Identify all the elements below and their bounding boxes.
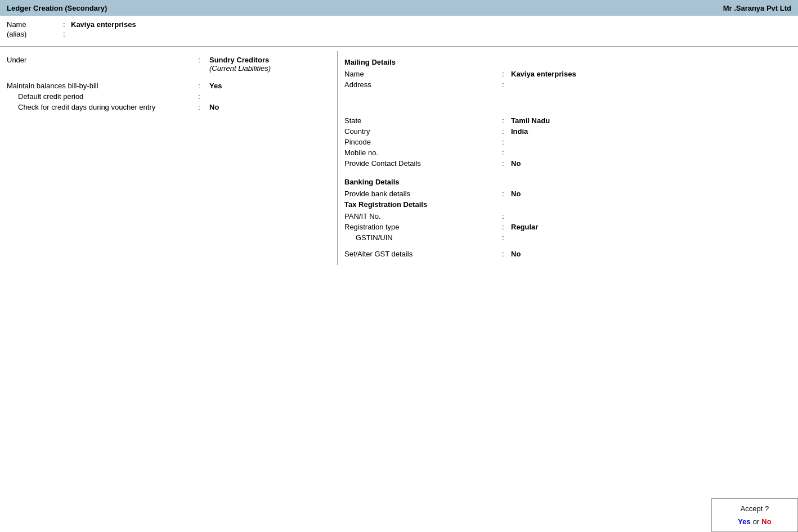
bank-row: Provide bank details : No <box>344 190 791 198</box>
gstin-row: GSTIN/UIN : <box>344 233 791 242</box>
bank-label: Provide bank details <box>344 190 502 198</box>
under-field-row: Under : Sundry Creditors (Current Liabil… <box>7 56 330 73</box>
credit-period-row: Default credit period : <box>7 92 330 101</box>
state-colon: : <box>502 116 511 125</box>
pincode-label: Pincode <box>344 138 502 146</box>
country-value[interactable]: India <box>511 127 528 136</box>
contact-label: Provide Contact Details <box>344 159 502 168</box>
check-credit-label: Check for credit days during voucher ent… <box>7 103 198 111</box>
mobile-colon: : <box>502 148 511 157</box>
name-row: Name : Kaviya enterprises <box>7 20 791 29</box>
mailing-address-row: Address : <box>344 80 791 114</box>
bank-value[interactable]: No <box>511 190 521 198</box>
header-bar: Ledger Creation (Secondary) Mr .Saranya … <box>0 0 798 16</box>
reg-type-colon: : <box>502 223 511 231</box>
alias-label: (alias) <box>7 30 63 38</box>
check-credit-value[interactable]: No <box>209 103 219 111</box>
state-label: State <box>344 116 502 125</box>
company-name: Mr .Saranya Pvt Ltd <box>723 4 791 12</box>
ledger-name-value[interactable]: Kaviya enterprises <box>71 20 136 29</box>
divider <box>0 46 798 47</box>
check-credit-row: Check for credit days during voucher ent… <box>7 103 330 111</box>
main-content: Under : Sundry Creditors (Current Liabil… <box>0 51 798 265</box>
check-credit-colon: : <box>198 103 209 111</box>
mailing-address-label: Address <box>344 80 502 89</box>
name-label: Name <box>7 20 63 29</box>
maintain-colon: : <box>198 82 209 90</box>
gstin-colon: : <box>502 233 511 242</box>
tax-heading: Tax Registration Details <box>344 200 791 209</box>
alias-colon: : <box>63 30 71 38</box>
pincode-colon: : <box>502 138 511 146</box>
gst-details-value[interactable]: No <box>511 250 521 258</box>
mailing-name-label: Name <box>344 70 502 78</box>
country-row: Country : India <box>344 127 791 136</box>
window-title: Ledger Creation (Secondary) <box>7 4 107 12</box>
bank-colon: : <box>502 190 511 198</box>
banking-heading: Banking Details <box>344 178 791 186</box>
mailing-heading: Mailing Details <box>344 58 791 66</box>
mobile-row: Mobile no. : <box>344 148 791 157</box>
under-sub-value: (Current Liabilities) <box>209 64 271 73</box>
country-label: Country <box>344 127 502 136</box>
name-colon: : <box>63 20 71 29</box>
maintain-label: Maintain balances bill-by-bill <box>7 82 198 90</box>
mailing-name-colon: : <box>502 70 511 78</box>
under-main-value: Sundry Creditors <box>209 56 269 64</box>
alias-row: (alias) : <box>7 30 791 38</box>
country-colon: : <box>502 127 511 136</box>
state-row: State : Tamil Nadu <box>344 116 791 125</box>
mailing-name-row: Name : Kaviya enterprises <box>344 70 791 78</box>
maintain-balances-row: Maintain balances bill-by-bill : Yes <box>7 82 330 90</box>
left-panel: Under : Sundry Creditors (Current Liabil… <box>0 51 338 265</box>
credit-period-label: Default credit period <box>7 92 198 101</box>
reg-type-value[interactable]: Regular <box>511 223 538 231</box>
contact-value[interactable]: No <box>511 159 521 168</box>
gst-details-colon: : <box>502 250 511 258</box>
maintain-value[interactable]: Yes <box>209 82 222 90</box>
under-label: Under <box>7 56 198 64</box>
reg-type-row: Registration type : Regular <box>344 223 791 231</box>
name-section: Name : Kaviya enterprises (alias) : <box>0 16 798 42</box>
pincode-row: Pincode : <box>344 138 791 146</box>
mobile-label: Mobile no. <box>344 148 502 157</box>
mailing-name-value[interactable]: Kaviya enterprises <box>511 70 576 78</box>
gst-details-row: Set/Alter GST details : No <box>344 250 791 258</box>
pan-row: PAN/IT No. : <box>344 212 791 220</box>
pan-colon: : <box>502 212 511 220</box>
state-value[interactable]: Tamil Nadu <box>511 116 550 125</box>
mailing-address-colon: : <box>502 80 511 89</box>
gst-details-label: Set/Alter GST details <box>344 250 502 258</box>
contact-row: Provide Contact Details : No <box>344 159 791 168</box>
pan-label: PAN/IT No. <box>344 212 502 220</box>
under-value[interactable]: Sundry Creditors (Current Liabilities) <box>209 56 271 73</box>
contact-colon: : <box>502 159 511 168</box>
reg-type-label: Registration type <box>344 223 502 231</box>
right-panel: Mailing Details Name : Kaviya enterprise… <box>338 51 798 265</box>
credit-period-colon: : <box>198 92 209 101</box>
gstin-label: GSTIN/UIN <box>344 233 502 242</box>
under-colon: : <box>198 56 209 64</box>
